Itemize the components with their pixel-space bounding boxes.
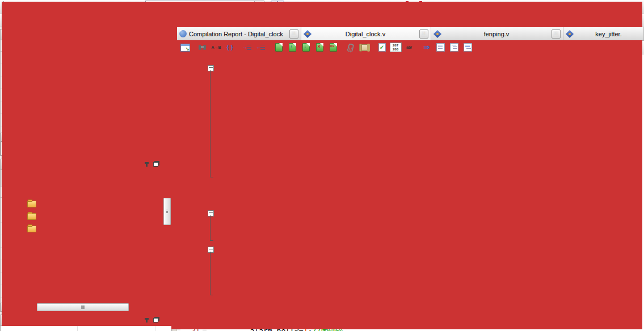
- editor-tab-label: Digital_clock.v: [312, 31, 419, 37]
- folder-icon: [27, 201, 36, 207]
- fold-marker: [207, 227, 214, 236]
- verilog-file-icon: [304, 29, 312, 37]
- editor-tab-fenping-v[interactable]: fenping.v×: [431, 27, 563, 40]
- bookmark-toggle-icon-glyph: [275, 43, 283, 52]
- fold-marker: [207, 290, 214, 299]
- goto-line-icon[interactable]: 267268: [389, 41, 402, 54]
- fold-marker: [207, 136, 214, 145]
- fold-marker: [207, 100, 214, 109]
- overflow-tab-icon: [132, 146, 136, 154]
- fold-marker: [207, 154, 214, 163]
- left-panel-column: Project Navigator × Entity ⚠Cyclone II: …: [0, 27, 172, 331]
- quartus-window: ✂↶↷ Digital_clock ▼ ✎✎ STOP▶▶? ✎↻✓ Proje…: [0, 0, 644, 331]
- fold-marker: [207, 109, 214, 118]
- fold-line: [210, 163, 211, 172]
- fold-line: [210, 136, 211, 145]
- fold-marker: [207, 172, 214, 181]
- editor-tab-key-jitter-[interactable]: key_jitter.: [563, 27, 644, 40]
- fold-marker: [207, 218, 214, 227]
- close-tab-icon[interactable]: ×: [552, 29, 561, 39]
- fold-marker: [207, 263, 214, 272]
- fold-marker: [207, 272, 214, 281]
- fold-line: [210, 118, 211, 127]
- fold-column: [207, 317, 214, 326]
- indent-icon-glyph: [243, 45, 251, 50]
- fold-line-end: [210, 172, 213, 177]
- fold-marker[interactable]: [207, 245, 214, 254]
- fold-marker: [207, 236, 214, 245]
- replace-icon-glyph: A→B: [211, 45, 221, 49]
- fold-line: [210, 254, 211, 263]
- fold-line: [210, 227, 211, 236]
- editor-tab-label: fenping.v: [441, 31, 552, 37]
- editor-tab-digital-clock-v[interactable]: Digital_clock.v×: [301, 27, 431, 40]
- fold-collapse-icon[interactable]: [208, 65, 214, 71]
- fold-marker: [207, 254, 214, 263]
- folder-icon: [27, 226, 36, 232]
- editor-tab-label: Compilation Report - Digital_clock: [187, 31, 289, 37]
- bookmark-remove-all-icon-glyph: [330, 43, 337, 52]
- fold-column: [207, 200, 214, 209]
- outline-all-icon-glyph: [436, 43, 445, 52]
- fold-line: [210, 82, 211, 91]
- fold-line-end: [210, 290, 213, 295]
- fold-line: [210, 100, 211, 109]
- fold-column: [207, 54, 214, 63]
- fold-column: [207, 326, 214, 331]
- wrap-icon-glyph: ⇒: [424, 44, 430, 51]
- editor-tab-label: key_jitter.: [574, 31, 643, 37]
- outdent-icon-glyph: [257, 45, 265, 50]
- close-tab-icon[interactable]: ×: [289, 29, 298, 39]
- fold-marker: [207, 73, 214, 82]
- fold-marker: [207, 82, 214, 91]
- syntax-check-icon-glyph: ✓: [378, 43, 386, 52]
- fold-line: [210, 73, 211, 82]
- editor-window-icon-glyph: [180, 44, 190, 52]
- hscroll-thumb[interactable]: [37, 303, 129, 311]
- fold-marker[interactable]: [207, 63, 214, 73]
- fold-line: [210, 218, 211, 227]
- fold-line: [210, 127, 211, 136]
- find-icon-glyph: [199, 45, 207, 50]
- bookmark-prev-icon-glyph: [302, 43, 310, 52]
- fold-line: [210, 109, 211, 118]
- fold-line: [210, 145, 211, 154]
- bookmark-next-icon-glyph: [289, 43, 296, 52]
- expand-blocks-icon-glyph: [464, 43, 472, 52]
- fold-marker[interactable]: [207, 209, 214, 218]
- insert-template-icon-glyph: { }: [227, 44, 233, 50]
- fold-line: [210, 91, 211, 100]
- editor-tab-compilation-report-digital-clock[interactable]: Compilation Report - Digital_clock×: [177, 27, 301, 40]
- verilog-file-icon: [566, 29, 574, 37]
- tasks-vscrollbar[interactable]: ▲ ▼: [162, 186, 171, 311]
- project-navigator-panel: Project Navigator × Entity ⚠Cyclone II: …: [0, 29, 172, 156]
- fold-line: [210, 263, 211, 272]
- vscroll-thumb[interactable]: [163, 198, 171, 225]
- fold-line-end: [210, 236, 213, 241]
- fold-marker: [207, 163, 214, 172]
- fold-line: [210, 272, 211, 281]
- verilog-file-icon: [433, 29, 441, 37]
- fold-column: [207, 299, 214, 308]
- folder-icon: [27, 213, 36, 220]
- bookmark-remove-icon-glyph: [316, 43, 323, 52]
- editor-tabbar: Compilation Report - Digital_clock×Digit…: [177, 27, 644, 41]
- report-icon: [179, 30, 187, 37]
- fold-marker: [207, 91, 214, 100]
- status-body: [1, 326, 171, 331]
- project-navigator-tabs: ⚠HierarchyFilesDesign Units◀▶: [1, 141, 171, 155]
- goto-line-icon-glyph: 267268: [390, 43, 402, 52]
- macro-icon-glyph: [360, 44, 369, 51]
- pn-tab-overflow[interactable]: [131, 143, 140, 155]
- fold-column: [207, 181, 214, 190]
- fold-marker: [207, 145, 214, 154]
- close-tab-icon[interactable]: ×: [419, 29, 428, 39]
- fold-column: [207, 190, 214, 200]
- fold-line: [210, 154, 211, 163]
- fold-collapse-icon[interactable]: [208, 210, 214, 217]
- comment-icon-glyph: ab/: [406, 45, 412, 49]
- fold-line: [210, 281, 211, 290]
- fold-marker: [207, 281, 214, 290]
- collapse-blocks-icon-glyph: [450, 43, 458, 52]
- fold-collapse-icon[interactable]: [208, 247, 214, 253]
